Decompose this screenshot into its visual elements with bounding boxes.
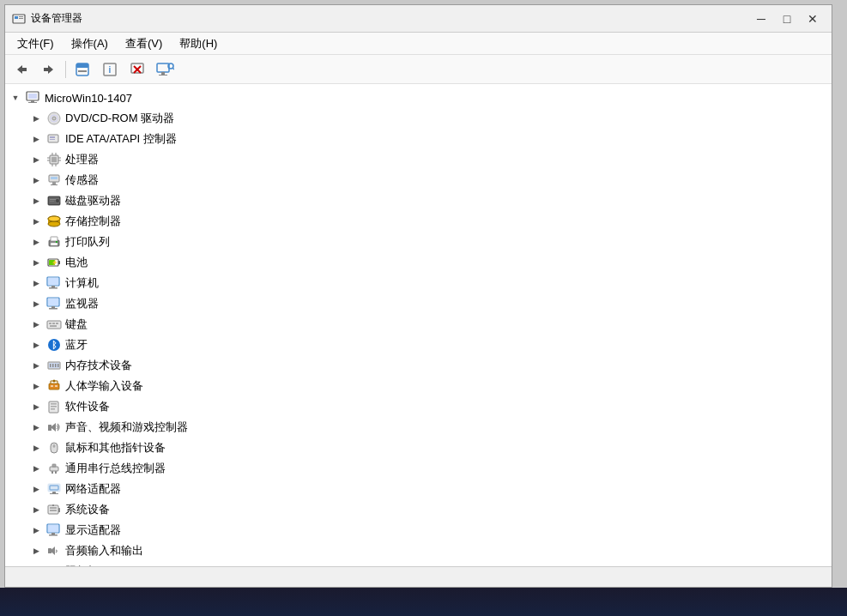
minimize-button[interactable]: ─ [749,9,773,29]
window-controls: ─ □ ✕ [749,9,825,29]
print-expand-icon[interactable]: ▶ [29,235,43,249]
svg-rect-64 [51,286,55,287]
svg-rect-17 [161,72,165,75]
tree-item-cpu[interactable]: ▶ 处理器 [5,149,832,170]
svg-point-84 [53,380,56,383]
mouse-expand-icon[interactable]: ▶ [29,441,43,455]
tree-item-audio[interactable]: ▶ 声音、视频和游戏控制器 [5,417,832,438]
keyboard-icon [46,317,62,332]
forward-button[interactable] [36,57,62,82]
disk-expand-icon[interactable]: ▶ [29,194,43,208]
dvd-label: DVD/CD-ROM 驱动器 [65,111,174,126]
svg-rect-68 [51,306,55,308]
svg-rect-105 [50,507,57,509]
tree-item-disk[interactable]: ▶ 磁盘驱动器 [5,190,832,211]
svg-rect-73 [56,323,58,324]
tree-item-audioio[interactable]: ▶ 音频输入和输出 [5,541,832,561]
properties-icon: i [102,62,118,77]
system-label: 系统设备 [65,502,110,517]
scan-button[interactable] [152,57,178,82]
svg-point-57 [56,241,57,243]
root-expand-icon[interactable]: ▼ [9,91,22,105]
serial-expand-icon[interactable]: ▶ [29,462,43,475]
svg-rect-24 [28,102,37,103]
cpu-expand-icon[interactable]: ▶ [29,153,43,166]
tree-item-keyboard[interactable]: ▶ 键盘 [5,314,832,335]
bluetooth-expand-icon[interactable]: ▶ [29,338,43,352]
svg-rect-18 [159,75,167,75]
tree-root[interactable]: ▼ MicroWin10-1407 [5,88,832,108]
tree-item-bluetooth[interactable]: ▶ ᛒ 蓝牙 [5,335,832,355]
scan-icon [155,62,174,77]
tree-item-sensor[interactable]: ▶ 传感器 [5,170,832,190]
audio-label: 声音、视频和游戏控制器 [65,420,188,435]
disk-label: 磁盘驱动器 [65,193,121,208]
svg-rect-109 [48,525,58,532]
device-tree[interactable]: ▼ MicroWin10-1407 ▶ DVD/C [5,84,832,566]
tree-item-display[interactable]: ▶ 显示适配器 [5,520,832,541]
tree-item-human[interactable]: ▶ 人体学输入设备 [5,376,832,396]
serial-icon [46,461,62,476]
taskbar [0,588,847,616]
svg-rect-104 [52,504,54,506]
audioio-expand-icon[interactable]: ▶ [29,544,43,558]
tree-item-storage[interactable]: ▶ 存储控制器 [5,211,832,232]
audio-expand-icon[interactable]: ▶ [29,420,43,434]
software-expand-icon[interactable]: ▶ [29,400,43,414]
showhide-button[interactable] [70,57,95,82]
network-expand-icon[interactable]: ▶ [29,482,43,496]
svg-rect-22 [28,94,37,99]
menu-view[interactable]: 查看(V) [117,33,171,54]
properties-button[interactable]: i [97,57,123,82]
dvd-expand-icon[interactable]: ▶ [29,112,43,125]
tree-item-battery[interactable]: ▶ ⚡ 电池 [5,252,832,273]
keyboard-expand-icon[interactable]: ▶ [29,317,43,331]
back-button[interactable] [9,57,34,82]
svg-text:ᛒ: ᛒ [51,340,57,350]
root-label: MicroWin10-1407 [45,92,132,105]
sensor-expand-icon[interactable]: ▶ [29,173,43,187]
tree-item-dvd[interactable]: ▶ DVD/CD-ROM 驱动器 [5,108,832,129]
system-expand-icon[interactable]: ▶ [29,503,43,516]
ide-expand-icon[interactable]: ▶ [29,132,43,146]
uninstall-button[interactable] [124,57,150,82]
svg-rect-86 [55,385,57,387]
human-expand-icon[interactable]: ▶ [29,379,43,393]
monitor-icon [46,296,62,311]
mouse-label: 鼠标和其他指针设备 [65,440,166,456]
tree-item-monitor[interactable]: ▶ 监视器 [5,293,832,314]
audio-icon [46,420,62,435]
tree-item-memory[interactable]: ▶ 内存技术设备 [5,355,832,376]
monitor-expand-icon[interactable]: ▶ [29,297,43,311]
display-expand-icon[interactable]: ▶ [29,523,43,537]
tree-item-print[interactable]: ▶ 打印队列 [5,232,832,252]
storage-expand-icon[interactable]: ▶ [29,214,43,228]
svg-rect-106 [50,510,57,511]
svg-rect-89 [51,406,57,408]
svg-rect-69 [49,308,57,310]
tree-item-mouse[interactable]: ▶ 鼠标和其他指针设备 [5,438,832,458]
menu-help[interactable]: 帮助(H) [171,33,226,54]
battery-expand-icon[interactable]: ▶ [29,256,43,269]
svg-rect-70 [47,321,61,329]
back-icon [14,62,29,77]
computer-expand-icon[interactable]: ▶ [29,276,43,290]
tree-item-computer[interactable]: ▶ 计算机 [5,273,832,293]
menu-file[interactable]: 文件(F) [9,33,63,54]
svg-rect-85 [51,385,53,387]
svg-rect-7 [44,68,49,71]
close-button[interactable]: ✕ [801,9,825,29]
tree-item-ide[interactable]: ▶ IDE ATA/ATAPI 控制器 [5,129,832,149]
maximize-button[interactable]: □ [775,9,799,29]
svg-text:i: i [109,65,112,75]
memory-label: 内存技术设备 [65,358,132,373]
memory-expand-icon[interactable]: ▶ [29,359,43,372]
tree-item-system[interactable]: ▶ 系统设备 [5,499,832,520]
tree-item-serial[interactable]: ▶ 通用串行总线控制器 [5,458,832,479]
svg-rect-28 [48,135,58,142]
tree-item-network[interactable]: ▶ 网络适配器 [5,479,832,499]
showhide-icon [75,62,90,77]
svg-rect-59 [58,261,60,264]
tree-item-software[interactable]: ▶ 软件设备 [5,396,832,417]
menu-action[interactable]: 操作(A) [63,33,117,54]
